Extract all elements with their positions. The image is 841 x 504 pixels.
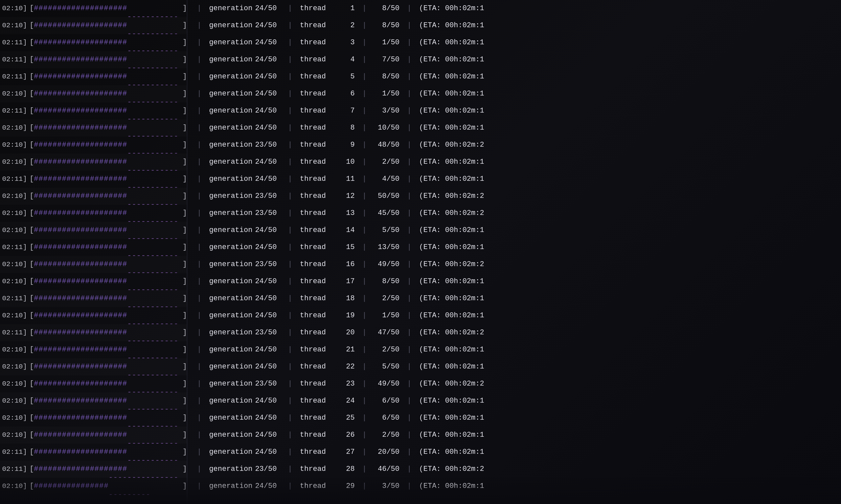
separator-4: | [403, 410, 411, 427]
generation-label: generation [205, 51, 251, 68]
separator-1: | [197, 120, 201, 137]
generation-label: generation [205, 444, 251, 461]
separator-3: | [358, 170, 367, 188]
generation-value: 24/50 [251, 170, 280, 188]
eta-value: 00h:02m:2 [445, 375, 484, 393]
thread-number: 7 [335, 102, 355, 120]
separator-4: | [403, 256, 411, 273]
eta-label: (ETA: [415, 461, 445, 478]
thread-number: 15 [335, 239, 355, 256]
separator-1: | [197, 222, 201, 239]
separator-3: | [358, 34, 367, 51]
generation-label: generation [205, 85, 251, 102]
generation-label: generation [205, 120, 251, 137]
thread-label: thread [296, 478, 335, 495]
thread-number: 25 [335, 410, 355, 427]
separator-3: | [358, 307, 367, 324]
thread-number: 24 [335, 393, 355, 410]
eta-value: 00h:02m:1 [445, 170, 484, 188]
generation-value: 24/50 [251, 410, 280, 427]
left-progress-panel: 02:10][####################-------------… [0, 0, 187, 504]
generation-value: 24/50 [251, 239, 280, 256]
separator-4: | [403, 102, 411, 120]
separator-4: | [403, 85, 411, 102]
separator-2: | [284, 120, 292, 137]
separator-2: | [284, 410, 292, 427]
generation-label: generation [205, 393, 251, 410]
generation-value: 23/50 [251, 324, 280, 341]
separator-4: | [403, 170, 411, 188]
thread-label: thread [296, 273, 335, 290]
separator-3: | [358, 68, 367, 85]
eta-label: (ETA: [415, 85, 445, 102]
separator-2: | [284, 102, 292, 120]
eta-value: 00h:02m:1 [445, 239, 484, 256]
terminal-window: 02:10][####################-------------… [0, 0, 841, 504]
separator-3: | [358, 324, 367, 341]
eta-value: 00h:02m:1 [445, 0, 484, 17]
generation-label: generation [205, 0, 251, 17]
separator-1: | [197, 170, 201, 188]
separator-4: | [403, 375, 411, 393]
separator-3: | [358, 154, 367, 170]
time-value: 02:11] [0, 68, 30, 85]
generation-label: generation [205, 290, 251, 307]
count-value: 2/50 [370, 154, 399, 170]
eta-label: (ETA: [415, 444, 445, 461]
time-value: 02:10] [0, 358, 30, 375]
time-value: 02:10] [0, 393, 30, 410]
time-value: 02:10] [0, 188, 30, 205]
count-value: 8/50 [370, 273, 399, 290]
eta-label: (ETA: [415, 256, 445, 273]
generation-value: 24/50 [251, 222, 280, 239]
time-value: 02:11] [0, 34, 30, 51]
right-row-15: | generation 23/50 | thread 16 | 49/50 |… [194, 256, 841, 273]
eta-value: 00h:02m:1 [445, 290, 484, 307]
generation-value: 24/50 [251, 290, 280, 307]
count-value: 50/50 [370, 188, 399, 205]
eta-label: (ETA: [415, 222, 445, 239]
generation-label: generation [205, 307, 251, 324]
time-value: 02:11] [0, 290, 30, 307]
separator-4: | [403, 393, 411, 410]
separator-1: | [197, 273, 201, 290]
count-value: 2/50 [370, 341, 399, 358]
separator-1: | [197, 444, 201, 461]
thread-number: 8 [335, 120, 355, 137]
eta-label: (ETA: [415, 375, 445, 393]
separator-1: | [197, 51, 201, 68]
separator-3: | [358, 427, 367, 444]
separator-2: | [284, 0, 292, 17]
count-value: 46/50 [370, 461, 399, 478]
right-row-3: | generation 24/50 | thread 4 | 7/50 | (… [194, 51, 841, 68]
thread-number: 29 [335, 478, 355, 495]
separator-2: | [284, 427, 292, 444]
thread-label: thread [296, 51, 335, 68]
eta-value: 00h:02m:1 [445, 51, 484, 68]
thread-label: thread [296, 137, 335, 154]
count-value: 48/50 [370, 137, 399, 154]
generation-value: 23/50 [251, 461, 280, 478]
thread-number: 18 [335, 290, 355, 307]
generation-value: 24/50 [251, 120, 280, 137]
generation-value: 24/50 [251, 154, 280, 170]
thread-number: 3 [335, 34, 355, 51]
count-value: 3/50 [370, 102, 399, 120]
thread-number: 28 [335, 461, 355, 478]
count-value: 6/50 [370, 410, 399, 427]
right-row-23: | generation 24/50 | thread 24 | 6/50 | … [194, 393, 841, 410]
separator-1: | [197, 478, 201, 495]
thread-label: thread [296, 341, 335, 358]
generation-value: 24/50 [251, 51, 280, 68]
left-row-28: 02:10][################-----------------… [0, 478, 187, 495]
eta-label: (ETA: [415, 290, 445, 307]
eta-value: 00h:02m:1 [445, 85, 484, 102]
separator-2: | [284, 17, 292, 34]
right-row-14: | generation 24/50 | thread 15 | 13/50 |… [194, 239, 841, 256]
eta-value: 00h:02m:1 [445, 154, 484, 170]
thread-label: thread [296, 188, 335, 205]
right-row-26: | generation 24/50 | thread 27 | 20/50 |… [194, 444, 841, 461]
generation-label: generation [205, 102, 251, 120]
generation-label: generation [205, 137, 251, 154]
thread-number: 13 [335, 205, 355, 222]
